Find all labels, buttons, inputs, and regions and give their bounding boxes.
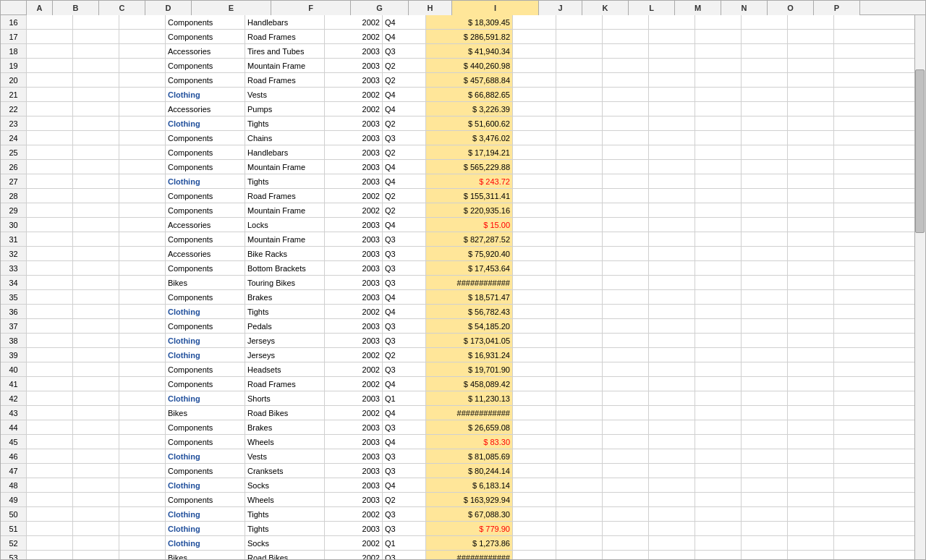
- year-cell[interactable]: 2002: [325, 30, 383, 43]
- product-cell[interactable]: Brakes: [245, 420, 325, 434]
- year-cell[interactable]: 2003: [325, 522, 383, 535]
- category-cell[interactable]: Components: [166, 290, 245, 304]
- product-cell[interactable]: Headsets: [245, 362, 325, 376]
- col-header-o[interactable]: O: [768, 1, 814, 15]
- product-cell[interactable]: Cranksets: [245, 464, 325, 478]
- year-cell[interactable]: 2003: [325, 449, 383, 463]
- value-cell[interactable]: $ 827,287.52: [426, 232, 513, 246]
- year-cell[interactable]: 2002: [325, 377, 383, 391]
- year-cell[interactable]: 2003: [325, 218, 383, 232]
- year-cell[interactable]: 2003: [325, 478, 383, 492]
- value-cell[interactable]: $ 3,226.39: [426, 102, 513, 116]
- product-cell[interactable]: Shorts: [245, 391, 325, 405]
- quarter-cell[interactable]: Q3: [383, 261, 426, 275]
- table-row[interactable]: 35ComponentsBrakes2003Q4$ 18,571.47: [1, 290, 914, 305]
- table-row[interactable]: 18AccessoriesTires and Tubes2003Q3$ 41,9…: [1, 44, 914, 59]
- product-cell[interactable]: Road Frames: [245, 73, 325, 87]
- product-cell[interactable]: Road Frames: [245, 189, 325, 203]
- value-cell[interactable]: $ 26,659.08: [426, 420, 513, 434]
- value-cell[interactable]: $ 565,229.88: [426, 160, 513, 174]
- quarter-cell[interactable]: Q3: [383, 449, 426, 463]
- category-cell[interactable]: Clothing: [166, 334, 245, 347]
- category-cell[interactable]: Clothing: [166, 348, 245, 362]
- product-cell[interactable]: Tights: [245, 174, 325, 188]
- category-cell[interactable]: Clothing: [166, 174, 245, 188]
- year-cell[interactable]: 2003: [325, 276, 383, 289]
- scrollbar[interactable]: [914, 15, 925, 559]
- quarter-cell[interactable]: Q4: [383, 88, 426, 101]
- quarter-cell[interactable]: Q4: [383, 406, 426, 420]
- year-cell[interactable]: 2003: [325, 319, 383, 333]
- table-row[interactable]: 36ClothingTights2002Q4$ 56,782.43: [1, 305, 914, 319]
- year-cell[interactable]: 2002: [325, 406, 383, 420]
- quarter-cell[interactable]: Q4: [383, 377, 426, 391]
- product-cell[interactable]: Wheels: [245, 493, 325, 506]
- product-cell[interactable]: Bottom Brackets: [245, 261, 325, 275]
- year-cell[interactable]: 2002: [325, 348, 383, 362]
- quarter-cell[interactable]: Q4: [383, 15, 426, 29]
- quarter-cell[interactable]: Q3: [383, 44, 426, 58]
- category-cell[interactable]: Components: [166, 145, 245, 159]
- table-row[interactable]: 31ComponentsMountain Frame2003Q3$ 827,28…: [1, 232, 914, 247]
- category-cell[interactable]: Components: [166, 203, 245, 217]
- value-cell[interactable]: $ 54,185.20: [426, 319, 513, 333]
- value-cell[interactable]: $ 56,782.43: [426, 305, 513, 318]
- product-cell[interactable]: Tights: [245, 522, 325, 535]
- category-cell[interactable]: Clothing: [166, 522, 245, 535]
- year-cell[interactable]: 2003: [325, 232, 383, 246]
- product-cell[interactable]: Bike Racks: [245, 247, 325, 260]
- value-cell[interactable]: $ 67,088.30: [426, 507, 513, 521]
- table-row[interactable]: 29ComponentsMountain Frame2002Q2$ 220,93…: [1, 203, 914, 218]
- category-cell[interactable]: Clothing: [166, 478, 245, 492]
- product-cell[interactable]: Socks: [245, 478, 325, 492]
- quarter-cell[interactable]: Q4: [383, 102, 426, 116]
- quarter-cell[interactable]: Q4: [383, 305, 426, 318]
- table-row[interactable]: 28ComponentsRoad Frames2002Q2$ 155,311.4…: [1, 189, 914, 203]
- quarter-cell[interactable]: Q3: [383, 420, 426, 434]
- product-cell[interactable]: Touring Bikes: [245, 276, 325, 289]
- year-cell[interactable]: 2003: [325, 290, 383, 304]
- table-row[interactable]: 39ClothingJerseys2002Q2$ 16,931.24: [1, 348, 914, 362]
- table-row[interactable]: 45ComponentsWheels2003Q4$ 83.30: [1, 435, 914, 449]
- product-cell[interactable]: Locks: [245, 218, 325, 232]
- value-cell[interactable]: $ 3,476.02: [426, 131, 513, 145]
- year-cell[interactable]: 2002: [325, 102, 383, 116]
- category-cell[interactable]: Clothing: [166, 305, 245, 318]
- category-cell[interactable]: Components: [166, 189, 245, 203]
- table-row[interactable]: 44ComponentsBrakes2003Q3$ 26,659.08: [1, 420, 914, 435]
- year-cell[interactable]: 2002: [325, 88, 383, 101]
- product-cell[interactable]: Chains: [245, 131, 325, 145]
- category-cell[interactable]: Components: [166, 420, 245, 434]
- category-cell[interactable]: Components: [166, 232, 245, 246]
- value-cell[interactable]: $ 18,571.47: [426, 290, 513, 304]
- product-cell[interactable]: Brakes: [245, 290, 325, 304]
- category-cell[interactable]: Clothing: [166, 536, 245, 550]
- quarter-cell[interactable]: Q4: [383, 174, 426, 188]
- table-row[interactable]: 47ComponentsCranksets2003Q3$ 80,244.14: [1, 464, 914, 478]
- product-cell[interactable]: Jerseys: [245, 334, 325, 347]
- table-row[interactable]: 38ClothingJerseys2003Q3$ 173,041.05: [1, 334, 914, 348]
- year-cell[interactable]: 2003: [325, 391, 383, 405]
- product-cell[interactable]: Tights: [245, 507, 325, 521]
- quarter-cell[interactable]: Q3: [383, 522, 426, 535]
- col-header-k[interactable]: K: [582, 1, 629, 15]
- table-row[interactable]: 46ClothingVests2003Q3$ 81,085.69: [1, 449, 914, 464]
- col-header-c[interactable]: C: [99, 1, 145, 15]
- value-cell[interactable]: $ 163,929.94: [426, 493, 513, 506]
- product-cell[interactable]: Road Bikes: [245, 406, 325, 420]
- quarter-cell[interactable]: Q4: [383, 435, 426, 449]
- year-cell[interactable]: 2002: [325, 507, 383, 521]
- value-cell[interactable]: $ 15.00: [426, 218, 513, 232]
- table-row[interactable]: 51ClothingTights2003Q3$ 779.90: [1, 522, 914, 536]
- value-cell[interactable]: ############: [426, 276, 513, 289]
- year-cell[interactable]: 2003: [325, 247, 383, 260]
- quarter-cell[interactable]: Q2: [383, 493, 426, 506]
- value-cell[interactable]: $ 286,591.82: [426, 30, 513, 43]
- year-cell[interactable]: 2003: [325, 334, 383, 347]
- value-cell[interactable]: $ 155,311.41: [426, 189, 513, 203]
- value-cell[interactable]: $ 18,309.45: [426, 15, 513, 29]
- year-cell[interactable]: 2003: [325, 261, 383, 275]
- product-cell[interactable]: Mountain Frame: [245, 203, 325, 217]
- category-cell[interactable]: Components: [166, 30, 245, 43]
- table-row[interactable]: 48ClothingSocks2003Q4$ 6,183.14: [1, 478, 914, 493]
